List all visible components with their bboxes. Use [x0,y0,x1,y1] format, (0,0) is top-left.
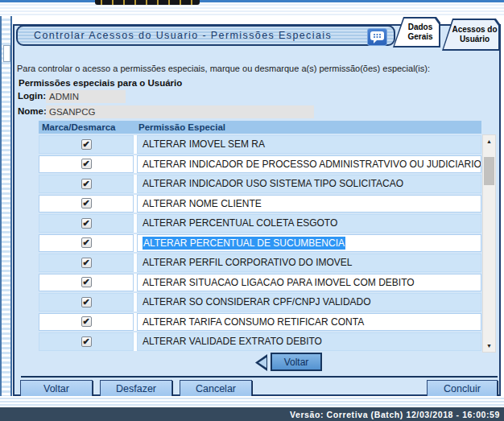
nome-value-field: GSANPCG [46,105,314,118]
check-icon: ✔ [82,180,89,188]
permission-cell: ALTERAR IMOVEL SEM RA [137,135,481,154]
permissions-table: Marca/Desmarca Permissão Especial ✔ALTER… [39,121,481,353]
tab-acessos-do-usuario-label: Acessos do Usuário [442,19,500,51]
marca-desmarca-cell: ✔ [39,155,134,174]
scrollbar-thumb[interactable] [484,157,494,185]
voltar-center-button[interactable]: Voltar [271,353,322,371]
permission-label: ALTERAR TARIFA CONSUMO RETIFICAR CONTA [143,316,364,328]
tab-acessos-do-usuario[interactable]: Acessos do Usuário [442,19,500,51]
check-icon: ✔ [82,199,89,208]
permission-label: ALTERAR VALIDADE EXTRATO DEBITO [143,336,322,347]
check-icon: ✔ [82,298,89,307]
permission-checkbox[interactable]: ✔ [81,159,92,169]
table-row: ✔ALTERAR PERCENTUAL DE SUCUMBENCIA [39,234,481,253]
instructions-text: Para controlar o acesso a permissões esp… [17,64,497,73]
table-row: ✔ALTERAR PERFIL CORPORATIVO DO IMOVEL [39,254,481,272]
marca-desmarca-cell: ✔ [39,332,134,351]
permission-cell: ALTERAR NOME CLIENTE [137,195,481,213]
permission-label: ALTERAR PERCENTUAL DE SUCUMBENCIA [143,237,345,250]
permission-label: ALTERAR PERFIL CORPORATIVO DO IMOVEL [143,257,353,268]
top-striped-band [0,2,504,17]
permission-cell: ALTERAR SITUACAO LIGACAO PARA IMOVEL COM… [137,274,481,292]
version-text: Versão: Corretiva (Batch) 12/03/2018 - 1… [290,410,500,419]
login-label: Login: [18,91,46,101]
permission-checkbox[interactable]: ✔ [81,198,92,208]
table-row: ✔ALTERAR INDICADOR DE PROCESSO ADMINISTR… [39,155,481,174]
permission-label: ALTERAR PERCENTUAL COLETA ESGOTO [143,217,337,229]
permission-cell: ALTERAR VALIDADE EXTRATO DEBITO [137,332,481,351]
desfazer-button[interactable]: Desfazer [100,380,172,398]
marca-desmarca-cell: ✔ [39,293,134,312]
tab-dados-gerais-label: Dados Gerais [393,17,440,47]
check-icon: ✔ [82,238,89,247]
marca-desmarca-cell: ✔ [39,135,134,154]
section-title: Permissões especiais para o Usuário [19,78,182,88]
permission-label: ALTERAR INDICADOR DE PROCESSO ADMINISTRA… [143,159,481,170]
help-speech-bubble-icon[interactable] [367,28,387,46]
permission-checkbox[interactable]: ✔ [81,297,92,307]
check-icon: ✔ [82,159,89,168]
table-scrollbar[interactable]: ▲ ▼ [482,134,496,353]
check-icon: ✔ [82,337,89,346]
permission-cell: ALTERAR TARIFA CONSUMO RETIFICAR CONTA [137,313,481,332]
check-icon: ✔ [82,258,89,267]
permission-cell: ALTERAR INDICADOR USO SISTEMA TIPO SOLIC… [137,175,481,193]
speech-bubble-icon [370,31,385,44]
nome-label: Nome: [18,106,47,116]
permission-label: ALTERAR SITUACAO LIGACAO PARA IMOVEL COM… [143,277,415,288]
table-row: ✔ALTERAR SO CONSIDERAR CPF/CNPJ VALIDADO [39,293,481,312]
check-icon: ✔ [82,317,89,326]
permission-checkbox[interactable]: ✔ [81,316,92,327]
page-titlebar: Controlar Acessos do Usuario - Permissõe… [16,25,395,46]
permission-cell: ALTERAR PERFIL CORPORATIVO DO IMOVEL [137,254,481,272]
back-arrow-icon[interactable] [255,354,267,371]
left-rail-fragment [3,45,10,62]
check-icon: ✔ [82,219,89,228]
login-value-field: ADMIN [46,90,126,103]
scrollbar-down-arrow-icon[interactable]: ▼ [483,340,495,352]
table-row: ✔ALTERAR VALIDADE EXTRATO DEBITO [39,332,481,351]
permission-checkbox[interactable]: ✔ [81,179,92,189]
permission-cell: ALTERAR PERCENTUAL COLETA ESGOTO [137,214,481,233]
table-row: ✔ALTERAR TARIFA CONSUMO RETIFICAR CONTA [39,313,481,332]
permission-checkbox[interactable]: ✔ [81,218,92,229]
cancelar-button[interactable]: Cancelar [180,380,252,398]
button-bar-separator [21,376,498,378]
check-icon: ✔ [82,278,89,287]
table-row: ✔ALTERAR INDICADOR USO SISTEMA TIPO SOLI… [39,175,481,193]
bottom-striped-band [0,396,504,407]
permission-checkbox[interactable]: ✔ [81,237,92,248]
scrollbar-up-arrow-icon[interactable]: ▲ [483,135,495,147]
column-header-marca-desmarca: Marca/Desmarca [39,122,136,132]
permissions-rows: ✔ALTERAR IMOVEL SEM RA✔ALTERAR INDICADOR… [39,135,481,351]
footer-status-bar: Versão: Corretiva (Batch) 12/03/2018 - 1… [0,407,504,421]
permission-checkbox[interactable]: ✔ [81,139,92,150]
permission-cell: ALTERAR SO CONSIDERAR CPF/CNPJ VALIDADO [137,293,481,312]
permission-label: ALTERAR INDICADOR USO SISTEMA TIPO SOLIC… [143,178,403,189]
marca-desmarca-cell: ✔ [39,313,134,332]
voltar-button[interactable]: Voltar [20,380,93,398]
table-row: ✔ALTERAR NOME CLIENTE [39,195,481,213]
tab-dados-gerais[interactable]: Dados Gerais [393,17,440,47]
permission-checkbox[interactable]: ✔ [81,258,92,268]
table-row: ✔ALTERAR PERCENTUAL COLETA ESGOTO [39,214,481,233]
column-header-permissao-especial: Permissão Especial [136,122,481,132]
cropped-window-fragment [95,0,200,5]
gsan-permissions-screen: Controlar Acessos do Usuario - Permissõe… [0,0,504,421]
main-panel: Controlar Acessos do Usuario - Permissõe… [13,24,501,396]
marca-desmarca-cell: ✔ [39,254,134,272]
permission-checkbox[interactable]: ✔ [81,277,92,287]
check-icon: ✔ [82,140,89,149]
left-frame-rail [0,16,12,396]
marca-desmarca-cell: ✔ [39,234,134,253]
permission-cell: ALTERAR INDICADOR DE PROCESSO ADMINISTRA… [137,155,481,174]
marca-desmarca-cell: ✔ [39,274,134,292]
table-row: ✔ALTERAR IMOVEL SEM RA [39,135,481,154]
concluir-button[interactable]: Concluir [427,380,498,398]
permission-checkbox[interactable]: ✔ [81,336,92,347]
permission-label: ALTERAR SO CONSIDERAR CPF/CNPJ VALIDADO [143,296,371,307]
permission-label: ALTERAR NOME CLIENTE [143,198,262,209]
table-header: Marca/Desmarca Permissão Especial [39,121,481,134]
permission-label: ALTERAR IMOVEL SEM RA [143,138,265,150]
marca-desmarca-cell: ✔ [39,175,134,193]
